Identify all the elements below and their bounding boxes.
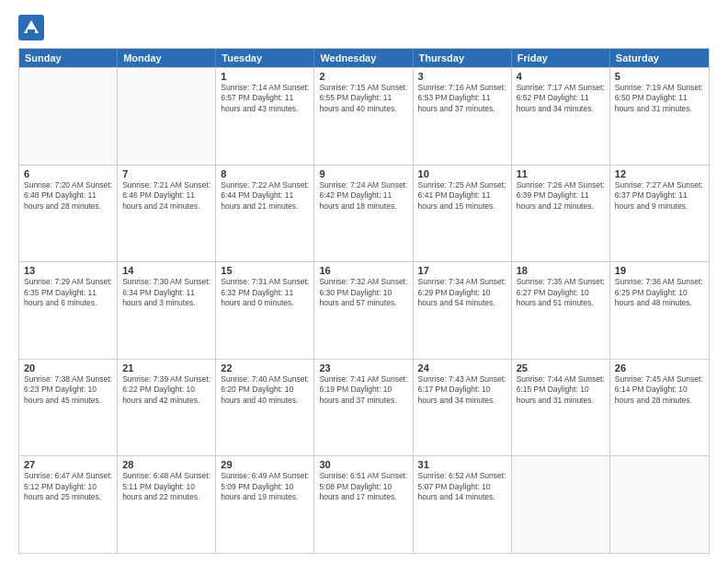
cell-info: Sunrise: 7:30 AM Sunset: 6:34 PM Dayligh… [122, 277, 210, 308]
cell-info: Sunrise: 7:43 AM Sunset: 6:17 PM Dayligh… [418, 374, 506, 406]
calendar-cell-25: 25Sunrise: 7:44 AM Sunset: 6:15 PM Dayli… [512, 360, 610, 456]
day-number: 6 [24, 168, 112, 179]
calendar-cell-1: 1Sunrise: 7:14 AM Sunset: 6:57 PM Daylig… [216, 68, 314, 165]
header-day-monday: Monday [118, 49, 216, 67]
header-day-wednesday: Wednesday [314, 49, 413, 67]
cell-info: Sunrise: 7:40 AM Sunset: 6:20 PM Dayligh… [221, 374, 309, 406]
cell-info: Sunrise: 7:29 AM Sunset: 6:35 PM Dayligh… [24, 277, 112, 308]
day-number: 18 [517, 265, 605, 276]
calendar-cell-28: 28Sunrise: 6:48 AM Sunset: 5:11 PM Dayli… [118, 456, 216, 553]
calendar-cell-12: 12Sunrise: 7:27 AM Sunset: 6:37 PM Dayli… [610, 166, 709, 262]
cell-info: Sunrise: 6:47 AM Sunset: 5:12 PM Dayligh… [24, 471, 112, 502]
day-number: 19 [615, 265, 704, 276]
cell-info: Sunrise: 7:35 AM Sunset: 6:27 PM Dayligh… [517, 277, 605, 308]
calendar-cell-10: 10Sunrise: 7:25 AM Sunset: 6:41 PM Dayli… [414, 166, 512, 262]
calendar-cell-24: 24Sunrise: 7:43 AM Sunset: 6:17 PM Dayli… [414, 360, 512, 456]
calendar-cell-empty [118, 68, 216, 165]
cell-info: Sunrise: 7:15 AM Sunset: 6:55 PM Dayligh… [319, 83, 407, 114]
day-number: 20 [24, 362, 112, 373]
logo [18, 15, 48, 40]
day-number: 8 [221, 168, 309, 179]
day-number: 28 [122, 459, 210, 470]
calendar-cell-empty [19, 68, 118, 165]
cell-info: Sunrise: 6:52 AM Sunset: 5:07 PM Dayligh… [418, 471, 506, 502]
day-number: 24 [418, 362, 506, 373]
cell-info: Sunrise: 7:24 AM Sunset: 6:42 PM Dayligh… [319, 180, 407, 212]
calendar-row-4: 27Sunrise: 6:47 AM Sunset: 5:12 PM Dayli… [19, 455, 709, 553]
day-number: 5 [615, 71, 704, 82]
cell-info: Sunrise: 7:20 AM Sunset: 6:48 PM Dayligh… [24, 180, 112, 212]
day-number: 21 [122, 362, 210, 373]
day-number: 29 [221, 459, 309, 470]
cell-info: Sunrise: 6:49 AM Sunset: 5:09 PM Dayligh… [221, 471, 309, 502]
day-number: 23 [319, 362, 407, 373]
day-number: 15 [221, 265, 309, 276]
cell-info: Sunrise: 7:21 AM Sunset: 6:46 PM Dayligh… [122, 180, 210, 212]
cell-info: Sunrise: 7:17 AM Sunset: 6:52 PM Dayligh… [517, 83, 605, 114]
calendar-body: 1Sunrise: 7:14 AM Sunset: 6:57 PM Daylig… [19, 67, 709, 553]
cell-info: Sunrise: 7:45 AM Sunset: 6:14 PM Dayligh… [615, 374, 704, 406]
cell-info: Sunrise: 7:44 AM Sunset: 6:15 PM Dayligh… [517, 374, 605, 406]
calendar-cell-14: 14Sunrise: 7:30 AM Sunset: 6:34 PM Dayli… [118, 262, 216, 359]
calendar-cell-29: 29Sunrise: 6:49 AM Sunset: 5:09 PM Dayli… [216, 456, 314, 553]
cell-info: Sunrise: 7:38 AM Sunset: 6:23 PM Dayligh… [24, 374, 112, 406]
cell-info: Sunrise: 7:34 AM Sunset: 6:29 PM Dayligh… [418, 277, 506, 308]
calendar-cell-18: 18Sunrise: 7:35 AM Sunset: 6:27 PM Dayli… [512, 262, 610, 359]
cell-info: Sunrise: 7:36 AM Sunset: 6:25 PM Dayligh… [615, 277, 704, 308]
calendar-cell-3: 3Sunrise: 7:16 AM Sunset: 6:53 PM Daylig… [414, 68, 512, 165]
cell-info: Sunrise: 6:48 AM Sunset: 5:11 PM Dayligh… [122, 471, 210, 502]
day-number: 27 [24, 459, 112, 470]
header-day-friday: Friday [512, 49, 610, 67]
calendar-cell-23: 23Sunrise: 7:41 AM Sunset: 6:19 PM Dayli… [314, 360, 413, 456]
day-number: 31 [418, 459, 506, 470]
day-number: 26 [615, 362, 704, 373]
cell-info: Sunrise: 7:14 AM Sunset: 6:57 PM Dayligh… [221, 83, 309, 114]
day-number: 2 [319, 71, 407, 82]
cell-info: Sunrise: 7:16 AM Sunset: 6:53 PM Dayligh… [418, 83, 506, 114]
day-number: 17 [418, 265, 506, 276]
calendar-cell-2: 2Sunrise: 7:15 AM Sunset: 6:55 PM Daylig… [314, 68, 413, 165]
header-day-sunday: Sunday [19, 49, 118, 67]
calendar-cell-20: 20Sunrise: 7:38 AM Sunset: 6:23 PM Dayli… [19, 360, 118, 456]
calendar-cell-4: 4Sunrise: 7:17 AM Sunset: 6:52 PM Daylig… [512, 68, 610, 165]
calendar-cell-13: 13Sunrise: 7:29 AM Sunset: 6:35 PM Dayli… [19, 262, 118, 359]
calendar-cell-26: 26Sunrise: 7:45 AM Sunset: 6:14 PM Dayli… [610, 360, 709, 456]
calendar-cell-19: 19Sunrise: 7:36 AM Sunset: 6:25 PM Dayli… [610, 262, 709, 359]
calendar-row-1: 6Sunrise: 7:20 AM Sunset: 6:48 PM Daylig… [19, 165, 709, 262]
day-number: 4 [517, 71, 605, 82]
calendar-cell-9: 9Sunrise: 7:24 AM Sunset: 6:42 PM Daylig… [314, 166, 413, 262]
logo-icon [18, 15, 44, 40]
cell-info: Sunrise: 6:51 AM Sunset: 5:08 PM Dayligh… [319, 471, 407, 502]
calendar-cell-30: 30Sunrise: 6:51 AM Sunset: 5:08 PM Dayli… [314, 456, 413, 553]
day-number: 3 [418, 71, 506, 82]
svg-rect-2 [28, 29, 35, 35]
day-number: 7 [122, 168, 210, 179]
calendar-cell-11: 11Sunrise: 7:26 AM Sunset: 6:39 PM Dayli… [512, 166, 610, 262]
cell-info: Sunrise: 7:19 AM Sunset: 6:50 PM Dayligh… [615, 83, 704, 114]
header-day-tuesday: Tuesday [216, 49, 314, 67]
calendar-row-3: 20Sunrise: 7:38 AM Sunset: 6:23 PM Dayli… [19, 359, 709, 456]
calendar-cell-6: 6Sunrise: 7:20 AM Sunset: 6:48 PM Daylig… [19, 166, 118, 262]
cell-info: Sunrise: 7:39 AM Sunset: 6:22 PM Dayligh… [122, 374, 210, 406]
day-number: 22 [221, 362, 309, 373]
cell-info: Sunrise: 7:25 AM Sunset: 6:41 PM Dayligh… [418, 180, 506, 212]
cell-info: Sunrise: 7:31 AM Sunset: 6:32 PM Dayligh… [221, 277, 309, 308]
cell-info: Sunrise: 7:32 AM Sunset: 6:30 PM Dayligh… [319, 277, 407, 308]
day-number: 11 [517, 168, 605, 179]
calendar-cell-22: 22Sunrise: 7:40 AM Sunset: 6:20 PM Dayli… [216, 360, 314, 456]
header [18, 15, 710, 40]
calendar-header: SundayMondayTuesdayWednesdayThursdayFrid… [19, 49, 709, 67]
calendar-cell-16: 16Sunrise: 7:32 AM Sunset: 6:30 PM Dayli… [314, 262, 413, 359]
calendar-cell-empty [610, 456, 709, 553]
day-number: 13 [24, 265, 112, 276]
day-number: 1 [221, 71, 309, 82]
day-number: 10 [418, 168, 506, 179]
calendar-cell-27: 27Sunrise: 6:47 AM Sunset: 5:12 PM Dayli… [19, 456, 118, 553]
page: SundayMondayTuesdayWednesdayThursdayFrid… [0, 0, 728, 563]
calendar-cell-5: 5Sunrise: 7:19 AM Sunset: 6:50 PM Daylig… [610, 68, 709, 165]
calendar-cell-31: 31Sunrise: 6:52 AM Sunset: 5:07 PM Dayli… [414, 456, 512, 553]
calendar-row-0: 1Sunrise: 7:14 AM Sunset: 6:57 PM Daylig… [19, 67, 709, 165]
calendar-cell-8: 8Sunrise: 7:22 AM Sunset: 6:44 PM Daylig… [216, 166, 314, 262]
calendar-cell-15: 15Sunrise: 7:31 AM Sunset: 6:32 PM Dayli… [216, 262, 314, 359]
calendar-row-2: 13Sunrise: 7:29 AM Sunset: 6:35 PM Dayli… [19, 261, 709, 359]
